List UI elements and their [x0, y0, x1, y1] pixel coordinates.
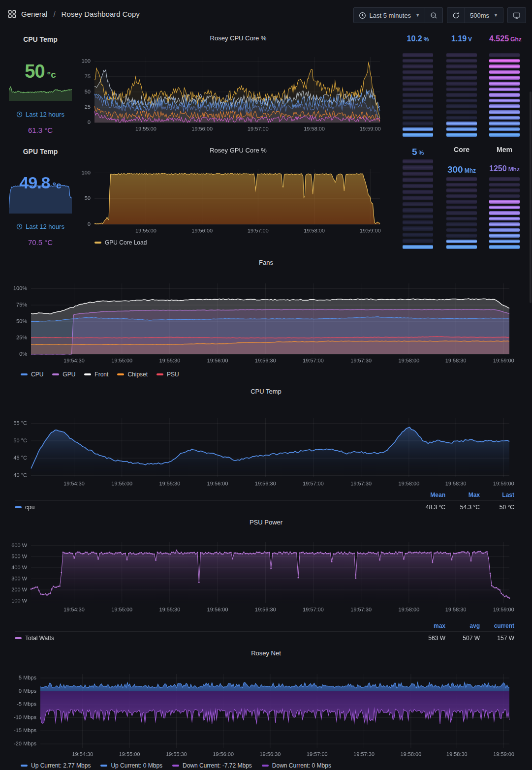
legend-item[interactable]: Total Watts	[15, 635, 54, 642]
gauge-segment-unlit	[446, 211, 477, 215]
gauge-segment-unlit	[403, 165, 433, 169]
breadcrumb-separator: /	[53, 10, 55, 18]
gauge-unit: %	[424, 36, 429, 43]
refresh-button[interactable]	[447, 8, 465, 23]
refresh-interval-picker[interactable]: 500ms ▼	[465, 8, 503, 23]
stats-header[interactable]: Last	[480, 492, 514, 498]
panel-title[interactable]: PSU Power	[4, 519, 528, 526]
gauge-segment-unlit	[403, 110, 433, 114]
cpu-clock-gauge: 4.525Ghz	[489, 31, 520, 142]
legend-item[interactable]: CPU	[21, 371, 43, 378]
gauge-segments	[446, 177, 477, 249]
kiosk-mode-button[interactable]	[508, 8, 526, 23]
gauge-segment-unlit	[403, 202, 433, 206]
chevron-down-icon: ▼	[415, 13, 420, 18]
gauge-segment-lit	[489, 122, 520, 125]
gpu-temp-value: 49.8°c	[4, 173, 77, 192]
stats-header[interactable]: Mean	[411, 492, 445, 498]
legend-swatch	[94, 242, 101, 244]
legend-item[interactable]: cpu	[15, 504, 34, 511]
legend-label: Chipset	[127, 371, 148, 378]
gauge-segment-unlit	[403, 172, 433, 176]
stats-header[interactable]: max	[411, 622, 445, 629]
cpu-temp-chart-canvas[interactable]	[4, 399, 528, 497]
psu-power-chart-canvas[interactable]	[4, 529, 528, 628]
gauge-segment-unlit	[489, 53, 520, 57]
cpu-temp-legend-table: MeanMaxLastcpu48.3 °C54.3 °C50 °C	[15, 492, 514, 511]
panel-psu-power: PSU Power maxavgcurrentTotal Watts563 W5…	[4, 515, 528, 646]
link-label: Last 12 hours	[26, 223, 64, 230]
gauge-segment-lit	[489, 228, 520, 232]
stats-header[interactable]: current	[480, 622, 514, 629]
gauge-segment-lit	[489, 70, 520, 74]
dashboards-grid-icon[interactable]	[8, 10, 16, 18]
panel-title[interactable]: Rosey GPU Core %	[77, 147, 400, 154]
cpu-temp-history-link[interactable]: Last 12 hours	[4, 111, 77, 118]
gauge-value: 4.525Ghz	[489, 34, 520, 43]
breadcrumb-dashboard-title[interactable]: Rosey Dashboard Copy	[62, 10, 140, 18]
gauge-segment-lit	[446, 240, 477, 244]
time-range-picker[interactable]: Last 5 minutes ▼	[354, 8, 425, 23]
rosey-net-legend: Up Current: 2.77 MbpsUp Current: 0 MbpsD…	[21, 762, 331, 769]
gauge-segment-lit	[489, 110, 520, 114]
legend-label: Up Current: 0 Mbps	[111, 762, 162, 769]
stats-header[interactable]: avg	[445, 622, 480, 629]
gauge-header: Mem	[489, 146, 520, 154]
scrollbar-thumb[interactable]	[530, 92, 532, 303]
gauge-segment-unlit	[403, 76, 433, 80]
fans-chart-canvas[interactable]	[4, 272, 528, 370]
gauge-segment-unlit	[403, 70, 433, 74]
gauge-unit: Mhz	[508, 166, 520, 173]
legend-label: GPU	[63, 371, 75, 378]
panel-title[interactable]: CPU Temp	[4, 35, 77, 43]
stats-value: 48.3 °C	[411, 504, 445, 511]
gauge-segment-unlit	[403, 159, 433, 163]
gauge-segments	[403, 159, 433, 249]
time-picker-group: Last 5 minutes ▼	[353, 7, 443, 23]
stats-values: 48.3 °C54.3 °C50 °C	[411, 504, 514, 511]
panel-title[interactable]: Fans	[4, 259, 528, 266]
gauge-segment-unlit	[446, 59, 477, 63]
gauge-segment-lit	[489, 76, 520, 80]
breadcrumb-folder[interactable]: General	[21, 10, 47, 18]
legend-item[interactable]: Up Current: 2.77 Mbps	[21, 762, 91, 769]
legend-item[interactable]: Down Current: 0 Mbps	[262, 762, 331, 769]
stats-header[interactable]: Max	[445, 492, 480, 498]
stat-number: 50	[25, 61, 44, 82]
panel-title[interactable]: Rosey Net	[4, 649, 528, 657]
zoom-out-button[interactable]	[425, 8, 442, 23]
gauge-segment-unlit	[446, 222, 477, 226]
gauge-segment-lit	[489, 211, 520, 215]
gauge-header: Core	[446, 146, 477, 154]
gauge-segment-unlit	[446, 64, 477, 68]
legend-item[interactable]: GPU	[52, 371, 75, 378]
stats-value: 157 W	[480, 635, 514, 642]
rosey-cpu-core-chart-canvas[interactable]	[77, 48, 400, 147]
cpu-temp-secondary-value: 61.3 °C	[4, 126, 77, 134]
panel-title[interactable]: Rosey CPU Core %	[77, 34, 400, 42]
panel-title[interactable]: CPU Temp	[4, 388, 528, 395]
gpu-temp-history-link[interactable]: Last 12 hours	[4, 223, 77, 230]
gauge-segment-unlit	[403, 99, 433, 103]
legend-item[interactable]: Up Current: 0 Mbps	[100, 762, 162, 769]
gauge-segment-lit	[489, 93, 520, 97]
legend-label: Down Current: 0 Mbps	[272, 762, 331, 769]
cpu-temp-value: 50°c	[4, 61, 77, 82]
rosey-net-chart-canvas[interactable]	[4, 660, 528, 762]
legend-item[interactable]: GPU Core Load	[94, 239, 147, 246]
legend-item[interactable]: Chipset	[117, 371, 148, 378]
panel-title[interactable]: GPU Temp	[4, 148, 77, 155]
legend-item[interactable]: Front	[84, 371, 108, 378]
panel-fans: Fans CPUGPUFrontChipsetPSU	[4, 255, 528, 384]
rosey-gpu-core-chart-canvas[interactable]	[77, 160, 400, 244]
stat-unit: °c	[53, 180, 62, 190]
gauge-segment-unlit	[489, 177, 520, 181]
gauge-segment-unlit	[446, 110, 477, 114]
gauge-segment-unlit	[446, 104, 477, 108]
gauge-segment-unlit	[489, 188, 520, 192]
stat-number: 49.8	[19, 173, 50, 192]
legend-swatch	[100, 765, 107, 767]
gauge-segment-lit	[489, 245, 520, 249]
legend-item[interactable]: PSU	[156, 371, 179, 378]
legend-item[interactable]: Down Current: -7.72 Mbps	[172, 762, 252, 769]
